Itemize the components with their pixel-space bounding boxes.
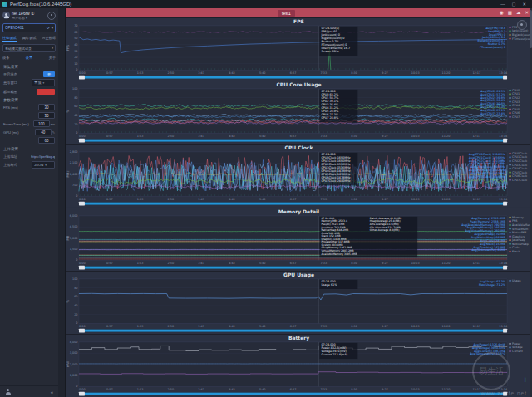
gpu-threshold-input[interactable] <box>35 129 52 135</box>
svg-text:0: 0 <box>76 132 77 135</box>
chart-panel-cpu-clock: CPU Clock2,8002,1001,4007000MHz0:000:571… <box>66 144 532 207</box>
legend-item-cpu0clock[interactable]: CPU0Clock <box>509 152 527 155</box>
legend-item-graphics[interactable]: Graphics <box>509 234 525 238</box>
maximize-button[interactable]: ◻ <box>512 2 516 7</box>
minimize-button[interactable]: — <box>500 2 505 7</box>
grid-icon[interactable]: ▦ <box>508 8 512 17</box>
upload-format-value: JSON <box>34 163 43 167</box>
floating-action-button[interactable] <box>517 20 527 30</box>
legend-item-nativepss[interactable]: NativePSS <box>509 231 526 234</box>
svg-text:Code: Code <box>512 246 520 249</box>
svg-text:1:53: 1:53 <box>137 71 144 75</box>
svg-text:NativeHeap: NativeHeap <box>512 242 529 245</box>
svg-text:FPS: FPS <box>66 45 70 51</box>
fps-threshold-input[interactable] <box>38 104 55 110</box>
svg-text:20: 20 <box>74 313 77 316</box>
fps-threshold-input-2[interactable] <box>38 112 55 119</box>
svg-text:11:20: 11:20 <box>442 325 451 328</box>
sidebar: net 1e6fw ① 用户名称 ▾ OPEN5401 ⟳ ▾ 性能测试 网络测… <box>0 8 58 397</box>
svg-text:1:53: 1:53 <box>137 325 144 328</box>
legend-item-cpu2clock[interactable]: CPU2Clock <box>509 159 527 163</box>
legend-item-cpu6clock[interactable]: CPU6Clock <box>509 175 527 179</box>
svg-text:10: 10 <box>74 62 77 66</box>
legend-item-cpu5clock[interactable]: CPU5Clock <box>509 171 527 174</box>
mark-screenshot-button[interactable] <box>37 89 55 95</box>
svg-text:13:14: 13:14 <box>499 135 507 138</box>
close-button[interactable]: ✕ <box>522 2 526 7</box>
time-scrollbar-handle[interactable] <box>79 76 85 80</box>
cloud-icon[interactable]: ☁ <box>516 8 521 17</box>
time-scrollbar-end[interactable] <box>503 265 507 269</box>
svg-text:0:57: 0:57 <box>106 325 113 328</box>
svg-text:0:57: 0:57 <box>106 262 113 265</box>
legend-item-cpu4clock[interactable]: CPU4Clock <box>509 167 527 170</box>
gpu-threshold-input-2[interactable] <box>38 137 55 144</box>
legend-item-cpu7clock[interactable]: CPU7Clock <box>509 179 527 182</box>
tab-history-data[interactable]: 历史数据 <box>42 36 56 42</box>
time-scrollbar-end[interactable] <box>503 202 507 206</box>
user-action-icon[interactable] <box>47 12 56 20</box>
legend-item-cpu3clock[interactable]: CPU3Clock <box>509 164 527 167</box>
legend-item-javaheap[interactable]: JavaHeap <box>509 238 525 242</box>
tab-network-test[interactable]: 网络测试 <box>22 36 37 42</box>
time-scrollbar-end[interactable] <box>503 76 507 80</box>
legend-item-cpu1clock[interactable]: CPU1Clock <box>509 156 527 159</box>
tab-performance-test[interactable]: 性能测试 <box>2 36 17 42</box>
tab-about[interactable]: 关于 <box>49 56 56 61</box>
svg-text:7:33: 7:33 <box>321 135 328 138</box>
record-select[interactable]: 基础模式测试记录 ▾ <box>2 44 56 52</box>
svg-text:CPU5Clock: CPU5Clock <box>512 171 527 174</box>
svg-text:4,500: 4,500 <box>70 225 78 228</box>
legend-item-availablemem[interactable]: AvailableMem <box>509 223 531 226</box>
svg-text:3:47: 3:47 <box>198 325 204 328</box>
tab-settings[interactable]: 设置 <box>26 56 32 61</box>
legend-item-jank-count-[interactable]: Jank(count) <box>509 29 529 32</box>
svg-text:0:00: 0:00 <box>79 388 86 391</box>
refresh-icon[interactable]: ⟳ <box>47 26 50 30</box>
svg-text:2,000: 2,000 <box>70 363 78 366</box>
time-scrollbar-end[interactable] <box>503 328 507 332</box>
float-window-select[interactable]: 置顶 ▾ <box>32 79 55 86</box>
upload-format-select[interactable]: JSON ▾ <box>32 161 55 169</box>
svg-text:12:17: 12:17 <box>472 135 480 138</box>
legend-item-ftimeout-count-[interactable]: FTimeout(count) <box>509 37 532 41</box>
legend-item-virtualmem[interactable]: VirtualMem <box>509 227 528 230</box>
legend-item-nativeheap[interactable]: NativeHeap <box>509 242 528 245</box>
svg-text:6:37: 6:37 <box>290 71 297 75</box>
collapse-sidebar-button[interactable]: « <box>51 390 53 395</box>
svg-text:13:14: 13:14 <box>499 71 507 75</box>
chart-panel-fps: FPS706050403020100FPS0:000:571:532:503:4… <box>66 17 532 81</box>
close-tab-icon[interactable]: ✕ <box>525 8 529 17</box>
time-scrollbar-handle[interactable] <box>79 328 85 332</box>
svg-text:10:23: 10:23 <box>411 388 420 391</box>
svg-text:6:37: 6:37 <box>290 135 297 138</box>
edit-icon[interactable]: ✎ <box>52 130 55 135</box>
svg-text:VirtualMem: VirtualMem <box>512 227 528 230</box>
svg-text:2:50: 2:50 <box>168 135 175 138</box>
time-scrollbar-end[interactable] <box>503 392 507 396</box>
time-scrollbar-handle[interactable] <box>79 139 85 143</box>
capture-toggle[interactable]: 开 <box>43 71 55 77</box>
account-icon[interactable] <box>5 389 11 395</box>
active-session-tab[interactable]: test1 <box>278 10 295 17</box>
memory-detail-chart: Memory Detail6,0004,5003,0001,5000MB0:00… <box>66 208 532 271</box>
time-scrollbar-handle[interactable] <box>79 202 85 206</box>
time-scrollbar-handle[interactable] <box>79 265 85 269</box>
svg-text:11:20: 11:20 <box>442 135 451 138</box>
svg-text:1,400: 1,400 <box>70 173 78 176</box>
svg-text:1:53: 1:53 <box>137 135 144 138</box>
chart-panel-memory-detail: Memory Detail6,0004,5003,0001,5000MB0:00… <box>66 208 532 271</box>
svg-text:4:43: 4:43 <box>229 388 235 391</box>
time-scrollbar-handle[interactable] <box>79 392 85 396</box>
legend-item-bigjank-count-[interactable]: BigJank(count) <box>509 33 532 37</box>
time-scrollbar-end[interactable] <box>503 139 507 143</box>
svg-text:%: % <box>66 110 70 113</box>
upload-url-value[interactable]: https://perfdog.q <box>31 154 55 159</box>
svg-text:CPU7Clock 2400MHz: CPU7Clock 2400MHz <box>321 180 350 184</box>
tab-device[interactable]: 设备 <box>2 56 9 61</box>
user-subtitle[interactable]: 用户名称 ▾ <box>12 16 35 20</box>
device-select[interactable]: OPEN5401 ⟳ ▾ <box>2 23 56 32</box>
record-icon[interactable]: ◉ <box>500 8 504 17</box>
sidebar-top-tabs: 性能测试 网络测试 历史数据 <box>0 34 58 42</box>
frametime-threshold-input[interactable] <box>33 120 50 127</box>
